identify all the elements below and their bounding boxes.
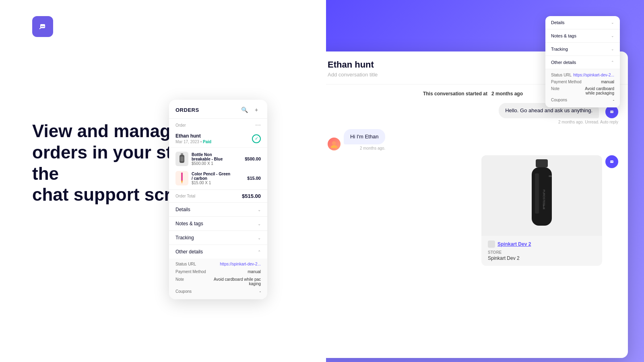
tracking-accordion-header[interactable]: Tracking ⌄ [169,231,267,245]
chevron-up-icon: ⌃ [611,60,614,64]
product-card-chat[interactable]: PUROSTEEL-X cello Spinkart Dev 2 [481,155,602,266]
detail-float-content: Status URL https://spinkart-dev-2... Pay… [545,69,620,107]
chat-body[interactable]: This conversation started at 2 months ag… [326,84,628,358]
orders-header-icons: 🔍 + [240,105,261,114]
svg-point-13 [332,141,336,145]
order-check-icon: ✓ [252,134,261,143]
svg-point-3 [43,26,44,27]
product-name: Bottle Nonbreakable - Blue [192,152,242,161]
product-card-image: PUROSTEEL-X cello [481,155,602,236]
product-list: Bottle Nonbreakable - Blue $500.00 X 1 $… [169,148,267,189]
chevron-down-icon: ⌄ [258,222,261,226]
message-meta: 2 months ago. Unread. Auto reply [558,120,618,124]
svg-text:cello: cello [543,204,545,210]
product-thumbnail [175,152,188,166]
product-card-info: Spinkart Dev 2 STORE Spinkart Dev 2 [481,236,602,266]
detail-float-tracking[interactable]: Tracking ⌄ [545,43,620,56]
other-details-accordion: Other details ⌃ Status URL https://spink… [169,245,267,299]
list-item: Color Pencil - Green/ carbon $15.00 X 1 … [169,169,267,188]
logo [32,16,53,37]
message-row: Hi I'm Ethan 2 months ago. [328,129,618,150]
svg-rect-20 [549,175,552,177]
product-card-store-row: Spinkart Dev 2 [488,241,596,248]
svg-rect-6 [180,156,184,161]
other-details-content: Status URL https://spinkart-dev-2... Pay… [169,259,267,299]
right-panel: Details ⌄ Notes & tags ⌄ Tracking ⌄ Othe… [326,0,644,362]
product-card-wrapper: PUROSTEEL-X cello Spinkart Dev 2 [328,155,618,269]
svg-point-24 [612,161,613,162]
svg-rect-7 [181,173,183,181]
product-info: Bottle Nonbreakable - Blue $500.00 X 1 [192,152,242,166]
product-price: $15.00 [247,176,261,181]
chevron-down-icon: ⌄ [611,21,614,25]
detail-float-details[interactable]: Details ⌄ [545,16,620,29]
svg-point-14 [331,145,337,148]
orders-title: ORDERS [175,107,199,113]
notes-tags-accordion-header[interactable]: Notes & tags ⌄ [169,217,267,230]
detail-row-payment: Payment Method manual [175,268,261,276]
store-name: Spinkart Dev 2 [488,255,596,261]
tracking-accordion: Tracking ⌄ [169,230,267,245]
detail-row-status-url: Status URL https://spinkart-dev-2... [175,260,261,268]
df-row-payment: Payment Method manual [551,78,614,85]
other-details-accordion-header[interactable]: Other details ⌃ [169,245,267,259]
order-more-icon[interactable]: ⋯ [255,122,261,128]
product-name: Color Pencil - Green/ carbon [192,172,244,181]
svg-point-1 [41,26,42,27]
orders-card-header: ORDERS 🔍 + [169,100,267,119]
product-price: $500.00 [245,156,261,161]
order-entry: Ethan hunt Mar 17, 2023 • Paid ✓ [169,130,267,148]
df-row-coupons: Coupons - [551,97,614,103]
detail-float-notes[interactable]: Notes & tags ⌄ [545,29,620,43]
order-total-row: Order Total $515.00 [169,189,267,202]
chevron-down-icon: ⌄ [258,236,261,240]
product-unit-price: $15.00 X 1 [192,181,244,185]
details-accordion: Details ⌄ [169,202,267,216]
detail-float-other[interactable]: Other details ⌃ [545,56,620,69]
order-section-label: Order [175,123,186,128]
order-total-label: Order Total [175,194,195,198]
product-thumbnail [175,171,188,185]
product-unit-price: $500.00 X 1 [192,161,242,166]
order-name: Ethan hunt [175,133,211,139]
chat-header-info: Ethan hunt Add conversation title [328,60,378,78]
user-avatar [328,138,341,150]
chevron-down-icon: ⌄ [611,47,614,51]
list-item: Bottle Nonbreakable - Blue $500.00 X 1 $… [169,149,267,169]
svg-point-2 [42,26,43,27]
df-row-note: Note Avoid cardboard while packaging [551,85,614,97]
message-meta: 2 months ago. [360,146,385,150]
svg-point-23 [611,161,611,162]
add-icon[interactable]: + [252,105,261,114]
orders-card: ORDERS 🔍 + Order ⋯ Ethan hunt Mar 17, 20… [169,100,267,299]
df-row-status: Status URL https://spinkart-dev-2... [551,72,614,78]
detail-row-note: Note Avoid cardboard while packaging [175,276,261,288]
chevron-up-icon: ⌃ [258,250,261,254]
svg-rect-15 [536,159,548,167]
svg-rect-17 [535,173,539,214]
order-meta: Mar 17, 2023 • Paid [175,140,211,144]
chevron-down-icon: ⌄ [611,34,614,38]
left-panel: View and manage all orders in your store… [0,0,326,362]
detail-row-coupons: Coupons - [175,288,261,295]
order-details: Ethan hunt Mar 17, 2023 • Paid [175,133,211,144]
search-icon[interactable]: 🔍 [240,105,249,114]
order-total-amount: $515.00 [242,193,261,199]
svg-marker-8 [181,181,183,184]
chevron-down-icon: ⌄ [258,208,261,212]
message-bubble: Hi I'm Ethan [344,129,385,144]
store-section-label: STORE [488,250,596,255]
store-icon [488,241,495,248]
details-accordion-header[interactable]: Details ⌄ [169,203,267,216]
svg-rect-4 [181,153,183,155]
notes-tags-accordion: Notes & tags ⌄ [169,216,267,230]
svg-point-12 [612,111,613,112]
product-info: Color Pencil - Green/ carbon $15.00 X 1 [192,172,244,185]
detail-float-panel: Details ⌄ Notes & tags ⌄ Tracking ⌄ Othe… [545,16,620,107]
contact-name: Ethan hunt [328,60,378,70]
conversation-title-placeholder[interactable]: Add conversation title [328,72,378,78]
store-link[interactable]: Spinkart Dev 2 [497,241,531,247]
bot-avatar-right [605,155,618,168]
svg-point-11 [611,111,611,112]
